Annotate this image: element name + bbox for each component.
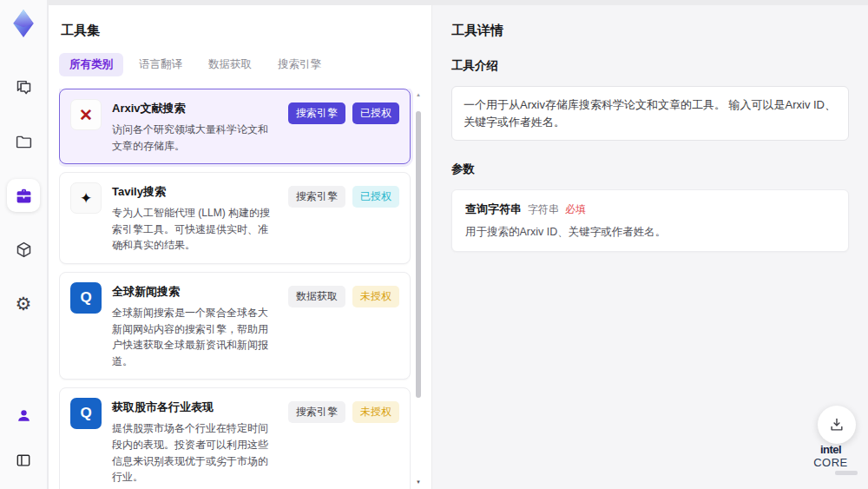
param-required-badge: 必填: [565, 202, 586, 217]
arxiv-logo-icon: ✕: [70, 99, 102, 130]
core-logo-text: CORE: [813, 456, 848, 469]
toolset-panel: 工具集 所有类别 语言翻译 数据获取 搜索引擎 ✕ Arxiv文献搜索 访问各个…: [49, 5, 431, 489]
sidebar-item-toolset[interactable]: [7, 179, 40, 212]
tool-title: Arxiv文献搜索: [112, 101, 278, 116]
tool-card-global-news[interactable]: Q 全球新闻搜索 全球新闻搜索是一个聚合全球各大新闻网站内容的搜索引擎，帮助用户…: [59, 272, 411, 380]
params-heading: 参数: [451, 162, 849, 177]
folder-icon: [15, 133, 33, 151]
tab-search-engine[interactable]: 搜索引擎: [267, 53, 332, 76]
param-type: 字符串: [528, 202, 559, 217]
scrollbar[interactable]: ▲ ▼: [414, 89, 423, 489]
sidebar-item-files[interactable]: [7, 125, 40, 158]
category-badge: 搜索引擎: [288, 102, 345, 124]
tool-title: 获取股市各行业表现: [112, 400, 278, 415]
download-button[interactable]: [818, 406, 856, 444]
tool-card-stock-sector[interactable]: Q 获取股市各行业表现 提供股票市场各个行业在特定时间段内的表现。投资者可以利用…: [59, 387, 411, 489]
news-search-logo-icon: Q: [70, 282, 102, 314]
tool-description: 提供股票市场各个行业在特定时间段内的表现。投资者可以利用这些信息来识别表现优于或…: [112, 420, 278, 485]
tool-list: ✕ Arxiv文献搜索 访问各个研究领域大量科学论文和文章的存储库。 搜索引擎 …: [59, 89, 423, 489]
chat-icon: [15, 79, 33, 97]
collapse-panel-button[interactable]: [7, 444, 40, 477]
tab-language-translation[interactable]: 语言翻译: [128, 53, 193, 76]
param-description: 用于搜索的Arxiv ID、关键字或作者姓名。: [465, 225, 835, 240]
category-tabs: 所有类别 语言翻译 数据获取 搜索引擎: [59, 53, 423, 76]
panel-toggle-icon: [15, 452, 32, 469]
category-badge: 数据获取: [288, 286, 345, 307]
page-title: 工具集: [61, 23, 423, 39]
auth-status-badge: 未授权: [352, 286, 399, 307]
auth-status-badge: 已授权: [352, 186, 399, 208]
auth-status-badge: 未授权: [352, 401, 399, 423]
scroll-up-icon[interactable]: ▲: [416, 92, 421, 97]
param-name: 查询字符串: [465, 202, 522, 217]
scroll-down-icon[interactable]: ▼: [416, 479, 421, 485]
details-title: 工具详情: [451, 23, 849, 39]
badge-subtext-mark: [835, 471, 858, 475]
auth-status-badge: 已授权: [352, 102, 399, 124]
gear-icon: ⚙: [16, 294, 32, 313]
sidebar-rail: ⚙: [0, 0, 48, 489]
intel-core-badge: intel CORE: [804, 444, 858, 475]
tavily-logo-icon: ✦: [70, 182, 102, 214]
tool-title: 全球新闻搜索: [112, 284, 278, 300]
scrollbar-thumb[interactable]: [416, 111, 421, 398]
tool-description: 专为人工智能代理 (LLM) 构建的搜索引擎工具。可快速提供实时、准确和真实的结…: [112, 205, 278, 254]
tool-title: Tavily搜索: [112, 184, 278, 200]
intro-heading: 工具介绍: [451, 58, 849, 74]
category-badge: 搜索引擎: [288, 186, 345, 208]
tool-card-arxiv[interactable]: ✕ Arxiv文献搜索 访问各个研究领域大量科学论文和文章的存储库。 搜索引擎 …: [59, 89, 411, 164]
intel-logo-text: intel: [820, 443, 841, 456]
user-icon: [16, 407, 32, 424]
tool-description: 访问各个研究领域大量科学论文和文章的存储库。: [112, 122, 278, 154]
intro-text-box: 一个用于从Arxiv存储库搜索科学论文和文章的工具。 输入可以是Arxiv ID…: [451, 86, 849, 141]
app-logo-icon: [9, 9, 38, 38]
tab-data-fetch[interactable]: 数据获取: [198, 53, 262, 76]
stock-logo-icon: Q: [70, 398, 102, 429]
tab-all-categories[interactable]: 所有类别: [59, 53, 123, 76]
cube-icon: [15, 241, 33, 259]
sidebar-item-models[interactable]: [7, 233, 40, 266]
download-icon: [828, 416, 845, 433]
sidebar-item-chat[interactable]: [7, 71, 40, 104]
briefcase-icon: [15, 187, 33, 205]
tool-description: 全球新闻搜索是一个聚合全球各大新闻网站内容的搜索引擎，帮助用户快速获取全球最新资…: [112, 305, 278, 369]
sidebar-item-settings[interactable]: ⚙: [7, 287, 40, 320]
tool-card-tavily[interactable]: ✦ Tavily搜索 专为人工智能代理 (LLM) 构建的搜索引擎工具。可快速提…: [59, 172, 411, 264]
tool-details-panel: 工具详情 工具介绍 一个用于从Arxiv存储库搜索科学论文和文章的工具。 输入可…: [432, 5, 868, 489]
category-badge: 搜索引擎: [288, 401, 345, 423]
user-avatar-button[interactable]: [7, 399, 40, 432]
param-card: 查询字符串 字符串 必填 用于搜索的Arxiv ID、关键字或作者姓名。: [451, 189, 849, 252]
